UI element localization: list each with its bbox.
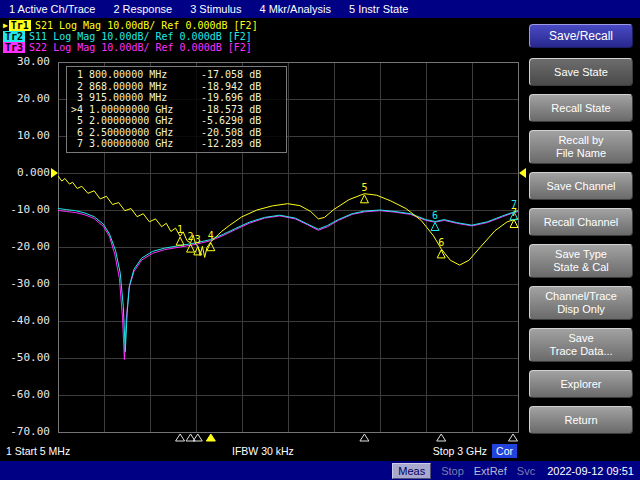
softkey-recall-state[interactable]: Recall State — [529, 94, 633, 122]
marker-value: -12.289 dB — [201, 138, 281, 150]
softkey-line: Recall State — [551, 102, 610, 115]
menu-item-1-active-ch-trace[interactable]: 1 Active Ch/Trace — [0, 3, 104, 15]
marker-row: 73.00000000 GHz-12.289 dB — [71, 138, 281, 150]
trace-label-tr2[interactable]: Tr2S11 Log Mag 10.00dB/ Ref 0.000dB [F2] — [3, 31, 252, 42]
axis-marker-triangle — [509, 434, 518, 441]
axis-marker-triangle — [437, 434, 446, 441]
external-reference-indicator: ExtRef — [474, 465, 507, 477]
status-bar: Meas Stop ExtRef Svc 2022-09-12 09:51 — [0, 461, 640, 480]
y-axis-label: -10.00 — [0, 204, 50, 216]
softkey-save-state[interactable]: Save State — [529, 58, 633, 86]
marker-row: 3915.00000 MHz-19.696 dB — [71, 92, 281, 104]
ifbw-label: IFBW 30 kHz — [232, 445, 294, 457]
softkey-line: File Name — [556, 147, 606, 160]
trace-label-tr3[interactable]: Tr3S22 Log Mag 10.00dB/ Ref 0.000dB [F2] — [3, 42, 252, 53]
y-axis-label: 30.00 — [0, 56, 50, 68]
trace-id-badge: Tr3 — [3, 42, 25, 53]
marker-glyph-1 — [176, 237, 184, 245]
marker-number: 7 — [71, 138, 89, 150]
marker-table: 1800.00000 MHz-17.058 dB 2868.00000 MHz-… — [66, 66, 287, 153]
marker-glyph-number: 6 — [438, 237, 444, 248]
marker-glyph-6 — [431, 223, 439, 231]
softkey-recall-channel[interactable]: Recall Channel — [529, 208, 633, 236]
marker-frequency: 868.00000 MHz — [89, 81, 201, 93]
active-trace-arrow-icon: ▶ — [3, 20, 8, 31]
softkey-recall-by-file-name[interactable]: Recall byFile Name — [529, 130, 633, 164]
axis-marker-triangle — [176, 434, 185, 441]
axis-marker-triangle — [360, 434, 369, 441]
marker-frequency: 2.00000000 GHz — [89, 115, 201, 127]
softkey-return[interactable]: Return — [529, 406, 633, 434]
y-axis-label: -70.00 — [0, 426, 50, 438]
marker-value: -5.6290 dB — [201, 115, 281, 127]
menu-item-4-mkr-analysis[interactable]: 4 Mkr/Analysis — [250, 3, 340, 15]
marker-glyph-number: 3 — [195, 234, 201, 245]
measurement-state-badge: Meas — [392, 463, 431, 479]
softkey-line: Save Channel — [546, 180, 615, 193]
marker-number: 2 — [71, 81, 89, 93]
marker-value: -17.058 dB — [201, 69, 281, 81]
start-frequency-label: 1 Start 5 MHz — [6, 445, 70, 457]
y-axis-label: -50.00 — [0, 352, 50, 364]
marker-frequency: 915.00000 MHz — [89, 92, 201, 104]
marker-row: 2868.00000 MHz-18.942 dB — [71, 81, 281, 93]
y-axis-label: -30.00 — [0, 278, 50, 290]
ref-level-arrow-right — [519, 168, 526, 178]
softkey-line: Save — [568, 332, 593, 345]
menu-item-2-response[interactable]: 2 Response — [104, 3, 181, 15]
softkey-line: Recall Channel — [544, 216, 619, 229]
marker-row: 62.50000000 GHz-20.508 dB — [71, 127, 281, 139]
axis-marker-triangle-active — [206, 434, 215, 441]
softkey-save-trace-data[interactable]: SaveTrace Data... — [529, 328, 633, 362]
marker-number: 5 — [71, 115, 89, 127]
softkey-line: Channel/Trace — [545, 290, 617, 303]
marker-glyph-number: 1 — [177, 224, 183, 235]
trace-label-tr1[interactable]: ▶Tr1S21 Log Mag 10.00dB/ Ref 0.000dB [F2… — [3, 20, 258, 31]
vna-screen: 1 Active Ch/Trace2 Response3 Stimulus4 M… — [0, 0, 640, 480]
marker-value: -20.508 dB — [201, 127, 281, 139]
datetime-label: 2022-09-12 09:51 — [547, 465, 634, 477]
marker-frequency: 3.00000000 GHz — [89, 138, 201, 150]
marker-row: >41.00000000 GHz-18.573 dB — [71, 104, 281, 116]
trace-format-text: S11 Log Mag 10.00dB/ Ref 0.000dB [F2] — [29, 31, 252, 42]
trace-format-text: S21 Log Mag 10.00dB/ Ref 0.000dB [F2] — [35, 20, 258, 31]
softkey-line: State & Cal — [553, 261, 609, 274]
softkey-line: Disp Only — [557, 303, 605, 316]
marker-glyph-number: 5 — [361, 182, 367, 193]
marker-number: >4 — [71, 104, 89, 116]
marker-number: 1 — [71, 69, 89, 81]
marker-frequency: 2.50000000 GHz — [89, 127, 201, 139]
softkey-line: Return — [564, 414, 597, 427]
trace-id-badge: Tr1 — [9, 20, 31, 31]
marker-frequency: 800.00000 MHz — [89, 69, 201, 81]
menu-item-3-stimulus[interactable]: 3 Stimulus — [181, 3, 250, 15]
sweep-stop-indicator: Stop — [441, 465, 464, 477]
softkey-save-type-state-cal[interactable]: Save TypeState & Cal — [529, 244, 633, 278]
y-axis-label: 20.00 — [0, 93, 50, 105]
marker-glyph-6 — [437, 250, 445, 258]
menu-item-5-instr-state[interactable]: 5 Instr State — [340, 3, 417, 15]
softkey-line: Explorer — [561, 378, 602, 391]
marker-number: 6 — [71, 127, 89, 139]
ref-level-arrow-left — [51, 168, 58, 178]
softkey-menu-title: Save/Recall — [529, 24, 633, 48]
marker-row: 1800.00000 MHz-17.058 dB — [71, 69, 281, 81]
softkey-line: Trace Data... — [549, 345, 612, 358]
softkey-line: Save Type — [555, 248, 607, 261]
marker-value: -19.696 dB — [201, 92, 281, 104]
marker-frequency: 1.00000000 GHz — [89, 104, 201, 116]
softkey-save-channel[interactable]: Save Channel — [529, 172, 633, 200]
marker-glyph-number: 6 — [432, 210, 438, 221]
softkey-line: Save State — [554, 66, 608, 79]
correction-badge: Cor — [492, 444, 517, 458]
softkey-channel-trace-disp-only[interactable]: Channel/TraceDisp Only — [529, 286, 633, 320]
marker-value: -18.573 dB — [201, 104, 281, 116]
softkey-line: Recall by — [558, 134, 603, 147]
y-axis-label: -60.00 — [0, 389, 50, 401]
softkey-explorer[interactable]: Explorer — [529, 370, 633, 398]
y-axis-label: -40.00 — [0, 315, 50, 327]
marker-glyph-number: 7 — [511, 199, 517, 210]
menu-bar: 1 Active Ch/Trace2 Response3 Stimulus4 M… — [0, 0, 640, 18]
y-axis-label: 0.000 — [0, 167, 50, 179]
marker-glyph-number: 2 — [188, 231, 194, 242]
